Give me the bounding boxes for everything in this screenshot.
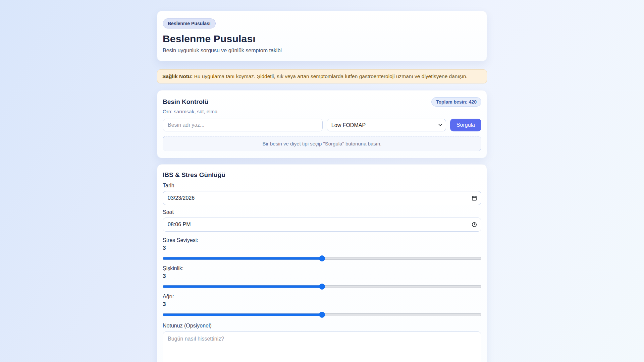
total-food-badge: Toplam besin: 420	[431, 97, 481, 107]
bloating-label: Şişkinlik:	[163, 265, 481, 272]
health-note-text: Bu uygulama tanı koymaz. Şiddetli, sık v…	[194, 73, 468, 79]
journal-title: IBS & Stres Günlüğü	[163, 171, 481, 179]
note-label: Notunuz (Opsiyonel)	[163, 323, 481, 329]
journal-card: IBS & Stres Günlüğü Tarih Saat Stres Sev…	[157, 164, 487, 362]
note-textarea[interactable]	[163, 331, 481, 362]
stress-slider-group: Stres Seviyesi: 3	[163, 237, 481, 260]
pain-slider[interactable]	[163, 313, 481, 316]
page-title: Beslenme Pusulası	[163, 33, 481, 45]
main-column: Beslenme Pusulası Beslenme Pusulası Besi…	[157, 0, 487, 362]
date-label: Tarih	[163, 183, 481, 189]
bloating-slider[interactable]	[163, 285, 481, 288]
food-check-title: Besin Kontrolü	[163, 98, 208, 106]
stress-value: 3	[163, 245, 481, 251]
date-field-wrap	[163, 191, 481, 205]
pain-slider-group: Ağrı: 3	[163, 294, 481, 316]
bloating-value: 3	[163, 273, 481, 280]
query-button[interactable]: Sorgula	[450, 119, 481, 131]
diet-select-wrap: Low FODMAP	[327, 119, 446, 131]
stress-label: Stres Seviyesi:	[163, 237, 481, 243]
diet-type-select[interactable]: Low FODMAP	[327, 119, 446, 131]
header-card: Beslenme Pusulası Beslenme Pusulası Besi…	[157, 11, 487, 61]
query-result-placeholder: Bir besin ve diyet tipi seçip "Sorgula" …	[163, 136, 481, 151]
food-check-header: Besin Kontrolü Toplam besin: 420	[163, 97, 481, 107]
bloating-slider-group: Şişkinlik: 3	[163, 265, 481, 288]
pain-label: Ağrı:	[163, 294, 481, 300]
stress-slider[interactable]	[163, 257, 481, 260]
pain-value: 3	[163, 301, 481, 308]
date-input[interactable]	[163, 191, 481, 205]
food-check-card: Besin Kontrolü Toplam besin: 420 Örn: sa…	[157, 90, 487, 158]
health-note-banner: Sağlık Notu: Bu uygulama tanı koymaz. Şi…	[157, 69, 487, 83]
time-field-wrap	[163, 218, 481, 232]
health-note-label: Sağlık Notu:	[162, 73, 193, 79]
food-name-input[interactable]	[163, 119, 323, 131]
query-row: Low FODMAP Sorgula	[163, 119, 481, 131]
app-badge: Beslenme Pusulası	[163, 18, 216, 28]
time-label: Saat	[163, 209, 481, 215]
page-subtitle: Besin uygunluk sorgusu ve günlük semptom…	[163, 48, 481, 54]
food-example-hint: Örn: sarımsak, süt, elma	[163, 109, 481, 114]
time-input[interactable]	[163, 218, 481, 232]
